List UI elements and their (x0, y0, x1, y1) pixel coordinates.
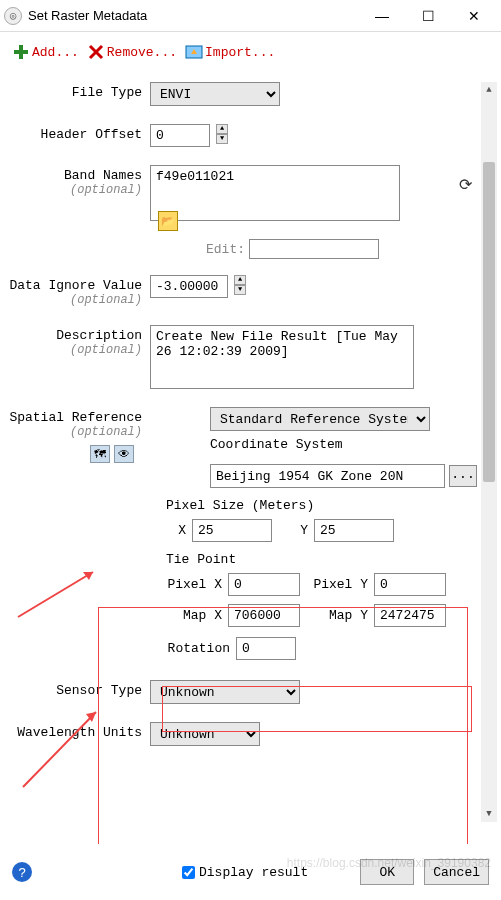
remove-label: Remove... (107, 45, 177, 60)
minimize-button[interactable]: — (359, 1, 405, 31)
close-button[interactable]: ✕ (451, 1, 497, 31)
tie-pixel-y-label: Pixel Y (312, 577, 368, 592)
form-scroll-area: File Type ENVI Header Offset ▲ ▼ Band Na… (8, 82, 477, 830)
spin-up-button[interactable]: ▲ (234, 275, 246, 285)
coord-sys-label: Coordinate System (210, 437, 477, 452)
header-offset-spinner: ▲ ▼ (216, 124, 228, 144)
rotation-input[interactable] (236, 637, 296, 660)
coord-sys-browse-button[interactable]: ... (449, 465, 477, 487)
spatial-ref-row: Spatial Reference (optional) 🗺 👁 Standar… (8, 407, 477, 488)
app-icon: ◎ (4, 7, 22, 25)
band-names-optional: (optional) (8, 183, 142, 197)
map-y-input[interactable] (374, 604, 446, 627)
wavelength-label: Wavelength Units (8, 722, 150, 740)
dialog-footer: ? Display result OK Cancel (0, 844, 501, 900)
file-type-select[interactable]: ENVI (150, 82, 280, 106)
annotation-arrow-2 (18, 702, 108, 792)
spatial-ref-mode-select[interactable]: Standard Reference System (210, 407, 430, 431)
spin-down-button[interactable]: ▼ (234, 285, 246, 295)
view-icon[interactable]: 👁 (114, 445, 134, 463)
spin-up-button[interactable]: ▲ (216, 124, 228, 134)
data-ignore-input[interactable] (150, 275, 228, 298)
spatial-ref-optional: (optional) (8, 425, 142, 439)
scroll-up-button[interactable]: ▲ (481, 82, 497, 98)
pixel-size-x-input[interactable] (192, 519, 272, 542)
data-ignore-optional: (optional) (8, 293, 142, 307)
edit-label: Edit: (206, 242, 245, 257)
display-result-check-input[interactable] (182, 866, 195, 879)
refresh-icon[interactable]: ⟳ (459, 175, 477, 193)
watermark: https://blog.csdn.net/weixin_39190382 (287, 856, 491, 870)
add-button[interactable]: Add... (10, 41, 81, 63)
svg-marker-7 (83, 572, 93, 580)
scroll-down-button[interactable]: ▼ (481, 806, 497, 822)
svg-rect-1 (14, 50, 28, 54)
pixel-size-label: Pixel Size (Meters) (166, 498, 469, 513)
rotation-label: Rotation (166, 641, 230, 656)
add-label: Add... (32, 45, 79, 60)
pixel-tie-group: Pixel Size (Meters) X Y Tie Point Pixel … (158, 492, 477, 674)
map-x-label: Map X (166, 608, 222, 623)
remove-icon (87, 43, 105, 61)
sensor-type-row: Sensor Type Unknown (8, 680, 477, 704)
edit-input[interactable] (249, 239, 379, 259)
window-title: Set Raster Metadata (28, 8, 359, 23)
file-type-label: File Type (8, 82, 150, 100)
spin-down-button[interactable]: ▼ (216, 134, 228, 144)
vertical-scrollbar[interactable]: ▲ ▼ (481, 82, 497, 822)
header-offset-row: Header Offset ▲ ▼ (8, 124, 477, 147)
pixel-y-label: Y (288, 523, 308, 538)
band-names-row: Band Names (optional) f49e011021 ⟳ (8, 165, 477, 221)
file-type-row: File Type ENVI (8, 82, 477, 106)
wavelength-row: Wavelength Units Unknown (8, 722, 477, 746)
content-area: File Type ENVI Header Offset ▲ ▼ Band Na… (0, 72, 501, 830)
scroll-thumb[interactable] (483, 162, 495, 482)
spatial-ref-label: Spatial Reference (8, 410, 142, 425)
remove-button[interactable]: Remove... (85, 41, 179, 63)
help-icon[interactable]: ? (12, 862, 32, 882)
band-names-label: Band Names (8, 168, 142, 183)
tie-pixel-y-input[interactable] (374, 573, 446, 596)
svg-marker-9 (86, 712, 96, 722)
map-y-label: Map Y (312, 608, 368, 623)
coord-sys-input[interactable] (210, 464, 445, 488)
pixel-x-label: X (166, 523, 186, 538)
pixel-size-y-input[interactable] (314, 519, 394, 542)
data-ignore-spinner: ▲ ▼ (234, 275, 246, 295)
title-bar: ◎ Set Raster Metadata — ☐ ✕ (0, 0, 501, 32)
sensor-type-label: Sensor Type (8, 680, 150, 698)
description-row: Description (optional) Create New File R… (8, 325, 477, 389)
sensor-type-select[interactable]: Unknown (150, 680, 300, 704)
import-label: Import... (205, 45, 275, 60)
annotation-arrow-1 (13, 562, 103, 622)
tie-pixel-x-input[interactable] (228, 573, 300, 596)
data-ignore-label: Data Ignore Value (8, 278, 142, 293)
data-ignore-row: Data Ignore Value (optional) ▲ ▼ (8, 275, 477, 307)
folder-open-icon[interactable]: 📂 (158, 211, 178, 231)
import-icon (185, 43, 203, 61)
description-textarea[interactable]: Create New File Result [Tue May 26 12:02… (150, 325, 414, 389)
svg-line-6 (18, 572, 93, 617)
add-icon (12, 43, 30, 61)
header-offset-input[interactable] (150, 124, 210, 147)
toolbar: Add... Remove... Import... (0, 32, 501, 72)
band-names-textarea[interactable]: f49e011021 (150, 165, 400, 221)
window-controls: — ☐ ✕ (359, 1, 497, 31)
tie-pixel-x-label: Pixel X (166, 577, 222, 592)
description-optional: (optional) (8, 343, 142, 357)
maximize-button[interactable]: ☐ (405, 1, 451, 31)
tie-point-label: Tie Point (166, 552, 469, 567)
wavelength-select[interactable]: Unknown (150, 722, 260, 746)
header-offset-label: Header Offset (8, 124, 150, 142)
map-x-input[interactable] (228, 604, 300, 627)
description-label: Description (8, 328, 142, 343)
import-button[interactable]: Import... (183, 41, 277, 63)
map-browse-icon[interactable]: 🗺 (90, 445, 110, 463)
